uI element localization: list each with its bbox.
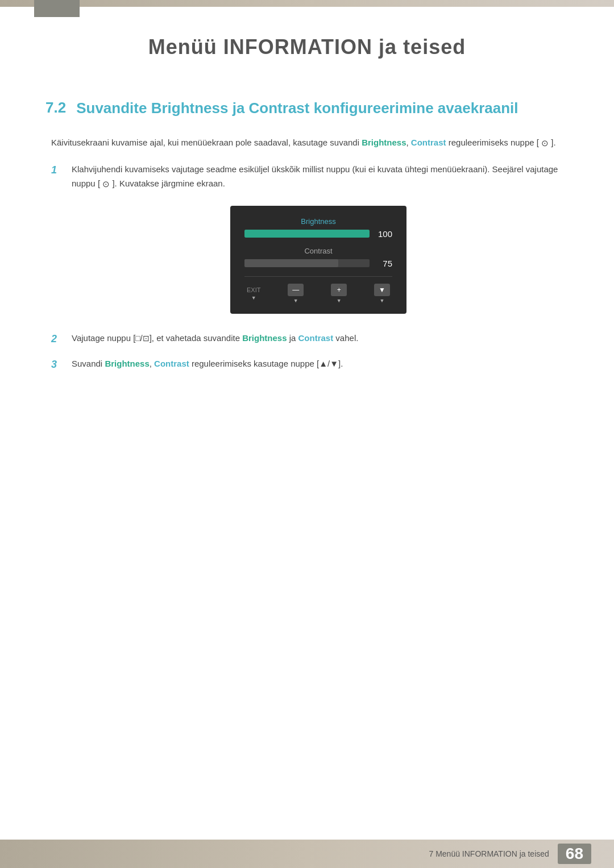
circle-icon-inline: ⊙ (541, 138, 549, 148)
osd-btn1-arrow: ▼ (293, 298, 298, 304)
osd-contrast-value: 75 (375, 259, 392, 268)
osd-btn3-group: ▼ ▼ (374, 284, 390, 304)
osd-mockup-container: Brightness 100 Contrast 75 (68, 206, 569, 314)
osd-contrast-track (244, 259, 370, 267)
osd-screen: Brightness 100 Contrast 75 (230, 206, 406, 314)
osd-brightness-value: 100 (375, 229, 392, 239)
circle-icon-step1: ⊙ (102, 179, 110, 189)
main-content: 7.2 Suvandite Brightness ja Contrast kon… (0, 76, 614, 427)
step-3-number: 3 (51, 356, 63, 373)
osd-brightness-label: Brightness (244, 217, 392, 226)
intro-text-1: Käivitusekraani kuvamise ajal, kui menüü… (51, 138, 362, 147)
step3-bold-brightness: Brightness (105, 359, 149, 368)
intro-bold-brightness: Brightness (362, 138, 406, 147)
intro-text-2: reguleerimiseks nuppe [ (446, 138, 542, 147)
osd-contrast-bar: 75 (244, 259, 392, 268)
footer-page-number: 68 (558, 844, 591, 864)
section-heading: 7.2 Suvandite Brightness ja Contrast kon… (45, 99, 569, 118)
step3-bold-contrast: Contrast (154, 359, 189, 368)
step-2: 2 Vajutage nuppu [□/⊡], et vahetada suva… (51, 331, 569, 347)
step-3-text: Suvandi Brightness, Contrast reguleerimi… (72, 356, 569, 371)
osd-btn1-symbol: — (292, 286, 299, 294)
osd-btn2-group: + ▼ (331, 284, 347, 304)
steps-list: 1 Klahvijuhendi kuvamiseks vajutage sead… (45, 162, 569, 373)
page-header: Menüü INFORMATION ja teised (0, 7, 614, 76)
intro-bold-contrast: Contrast (411, 138, 446, 147)
osd-brightness-fill (244, 230, 370, 238)
top-decorative-bar (0, 0, 614, 7)
step-2-number: 2 (51, 331, 63, 347)
section-title: Suvandite Brightness ja Contrast konfigu… (76, 99, 518, 118)
step-2-text: Vajutage nuppu [□/⊡], et vahetada suvand… (72, 331, 569, 346)
osd-btn1-group: — ▼ (288, 284, 304, 304)
osd-btn2-icon: + (331, 284, 347, 296)
osd-exit-group: EXIT ▼ (247, 286, 260, 301)
corner-tab (34, 0, 80, 17)
osd-btn3-arrow: ▼ (380, 298, 385, 304)
page-footer: 7 Menüü INFORMATION ja teised 68 (0, 840, 614, 868)
step-1-text: Klahvijuhendi kuvamiseks vajutage seadme… (72, 162, 569, 192)
step2-bold-brightness: Brightness (242, 333, 287, 343)
step-1: 1 Klahvijuhendi kuvamiseks vajutage sead… (51, 162, 569, 192)
intro-comma: , (406, 138, 411, 147)
footer-text: 7 Menüü INFORMATION ja teised (429, 849, 549, 858)
intro-paragraph: Käivitusekraani kuvamise ajal, kui menüü… (45, 135, 569, 151)
step-1-number: 1 (51, 162, 63, 178)
osd-btn3-symbol: ▼ (379, 286, 385, 294)
osd-brightness-bar: 100 (244, 229, 392, 239)
osd-contrast-fill (244, 259, 338, 267)
step2-icon: □/⊡ (135, 334, 149, 343)
page-title: Menüü INFORMATION ja teised (0, 35, 614, 59)
intro-text-2end: ]. (549, 138, 556, 147)
osd-btn1-icon: — (288, 284, 304, 296)
osd-btn3-icon: ▼ (374, 284, 390, 296)
osd-btn2-symbol: + (337, 286, 341, 294)
section-number: 7.2 (45, 99, 66, 117)
step2-bold-contrast: Contrast (298, 333, 334, 343)
osd-buttons-row: EXIT ▼ — ▼ + ▼ (244, 284, 392, 304)
osd-btn2-arrow: ▼ (337, 298, 342, 304)
osd-divider (244, 276, 392, 277)
osd-brightness-track (244, 230, 370, 238)
osd-exit-arrow: ▼ (251, 295, 256, 301)
step-3: 3 Suvandi Brightness, Contrast reguleeri… (51, 356, 569, 373)
osd-contrast-label: Contrast (244, 247, 392, 255)
osd-exit-label: EXIT (247, 286, 260, 293)
